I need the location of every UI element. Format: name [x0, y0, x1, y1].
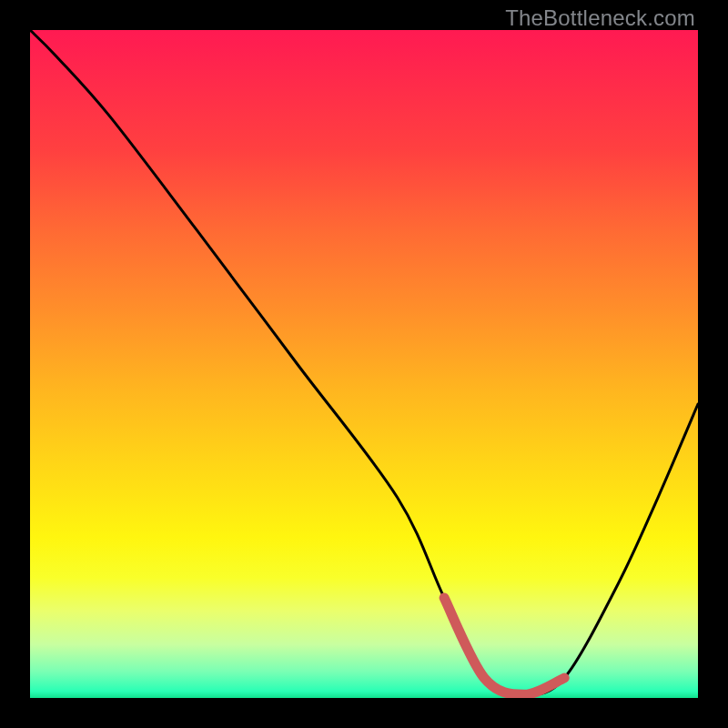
curve-line [30, 30, 698, 694]
watermark-text: TheBottleneck.com [505, 5, 695, 31]
plot-area [30, 30, 698, 698]
chart-frame: TheBottleneck.com [0, 0, 728, 728]
optimal-range-highlight [444, 598, 564, 694]
bottleneck-curve [30, 30, 698, 698]
